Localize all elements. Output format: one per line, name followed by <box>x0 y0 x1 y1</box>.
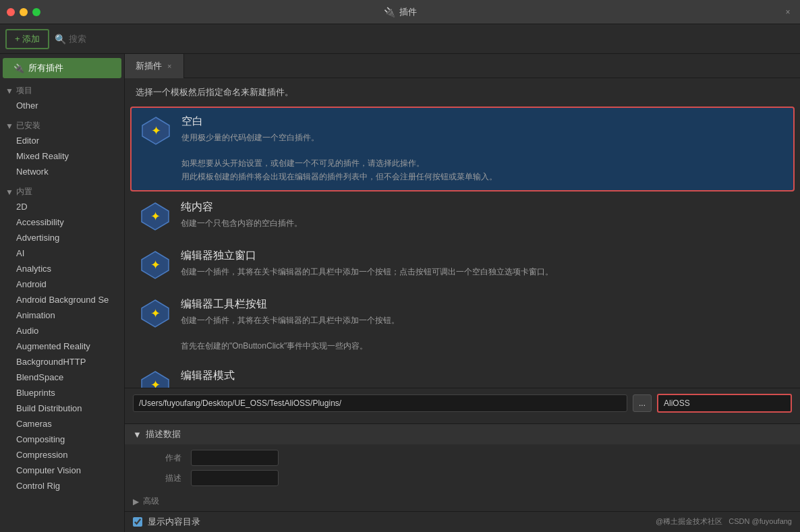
plugin-icon-sidebar: 🔌 <box>13 63 24 73</box>
sidebar-group-installed[interactable]: ▼ 已安装 <box>0 116 124 133</box>
tab-label: 新插件 <box>136 60 162 72</box>
tab-close-button[interactable]: × <box>166 61 173 71</box>
show-content-dir: 显示内容目录 <box>125 511 800 532</box>
panel-header-text: 选择一个模板然后指定命名来新建插件。 <box>136 87 293 97</box>
sidebar-item-compression[interactable]: Compression <box>0 447 124 463</box>
chevron-down-icon-metadata: ▼ <box>133 430 142 440</box>
tab-new-plugin[interactable]: 新插件 × <box>125 54 184 78</box>
desc-input[interactable] <box>191 470 279 486</box>
main-panel: 新插件 × 选择一个模板然后指定命名来新建插件。 ✦ <box>125 54 800 532</box>
sidebar-item-ai[interactable]: AI <box>0 245 124 261</box>
desc-label: 描述 <box>133 473 187 484</box>
main-layout: + 添加 🔍 🔌 所有插件 ▼ 项目 Other ▼ 已安装 Ed <box>0 24 800 532</box>
sidebar-item-network[interactable]: Network <box>0 164 124 179</box>
sidebar-item-editor[interactable]: Editor <box>0 133 124 148</box>
panel-header: 选择一个模板然后指定命名来新建插件。 <box>125 78 800 104</box>
template-desc-toolbar-button: 创建一个插件，其将在关卡编辑器的工具栏中添加一个按钮。 首先在创建的"OnBut… <box>181 314 786 353</box>
svg-text:✦: ✦ <box>150 307 161 320</box>
svg-text:✦: ✦ <box>150 258 161 272</box>
search-box: 🔍 <box>55 34 123 45</box>
sidebar-group-project-label: 项目 <box>16 85 32 96</box>
content-area: 🔌 所有插件 ▼ 项目 Other ▼ 已安装 Editor Mixed Rea… <box>0 54 800 532</box>
template-item-blank[interactable]: ✦ 空白 使用极少量的代码创建一个空白插件。 如果想要从头开始设置，或创建一个不… <box>130 107 795 191</box>
title-bar: 🔌 插件 × <box>0 0 800 24</box>
sidebar-item-mixed-reality[interactable]: Mixed Reality <box>0 148 124 164</box>
template-name-toolbar-button: 编辑器工具栏按钮 <box>181 297 786 312</box>
sidebar-item-blendspace[interactable]: BlendSpace <box>0 370 124 385</box>
show-content-checkbox[interactable] <box>133 517 142 527</box>
template-content-content-only: 纯内容 创建一个只包含内容的空白插件。 <box>181 200 786 230</box>
author-label: 作者 <box>133 452 187 464</box>
sidebar-item-build-distribution[interactable]: Build Distribution <box>0 401 124 416</box>
maximize-traffic-light[interactable] <box>32 8 40 16</box>
sidebar-item-blueprints[interactable]: Blueprints <box>0 385 124 401</box>
sidebar-item-cameras[interactable]: Cameras <box>0 416 124 432</box>
sidebar-item-accessibility[interactable]: Accessibility <box>0 214 124 230</box>
sidebar-item-control-rig[interactable]: Control Rig <box>0 478 124 494</box>
template-item-content-only[interactable]: ✦ 纯内容 创建一个只包含内容的空白插件。 <box>130 193 795 240</box>
template-desc-editor-window: 创建一个插件，其将在关卡编辑器的工具栏中添加一个按钮；点击按钮可调出一个空白独立… <box>181 266 786 278</box>
metadata-body: 作者 描述 <box>125 444 800 492</box>
window-title-text: 插件 <box>399 6 417 18</box>
show-content-label: 显示内容目录 <box>148 516 200 528</box>
metadata-header[interactable]: ▼ 描述数据 <box>125 424 800 444</box>
template-name-content-only: 纯内容 <box>181 200 786 214</box>
template-item-toolbar-button[interactable]: ✦ 编辑器工具栏按钮 创建一个插件，其将在关卡编辑器的工具栏中添加一个按钮。 首… <box>130 290 795 361</box>
sidebar-item-analytics[interactable]: Analytics <box>0 261 124 276</box>
plugin-icon: 🔌 <box>384 7 395 18</box>
template-desc-content-only: 创建一个只包含内容的空白插件。 <box>181 217 786 230</box>
template-item-editor-window[interactable]: ✦ 编辑器独立窗口 创建一个插件，其将在关卡编辑器的工具栏中添加一个按钮；点击按… <box>130 241 795 289</box>
template-icon-editor-window: ✦ <box>139 249 171 281</box>
sidebar-item-audio[interactable]: Audio <box>0 323 124 338</box>
name-input[interactable] <box>657 394 792 413</box>
author-input[interactable] <box>191 450 279 466</box>
window-close-button[interactable]: × <box>782 7 793 18</box>
sidebar-item-compositing[interactable]: Compositing <box>0 432 124 447</box>
template-content-blank: 空白 使用极少量的代码创建一个空白插件。 如果想要从头开始设置，或创建一个不可见… <box>181 115 785 183</box>
search-icon: 🔍 <box>55 34 66 45</box>
sidebar-item-background-http[interactable]: BackgroundHTTP <box>0 354 124 370</box>
search-input[interactable] <box>69 34 123 44</box>
sidebar-group-builtin[interactable]: ▼ 内置 <box>0 182 124 199</box>
sidebar-item-computer-vision[interactable]: Computer Vision <box>0 463 124 478</box>
sidebar-group-project[interactable]: ▼ 项目 <box>0 81 124 98</box>
toolbar: + 添加 🔍 <box>0 24 800 54</box>
advanced-label: 高级 <box>143 496 159 507</box>
sidebar-item-android[interactable]: Android <box>0 276 124 292</box>
advanced-row[interactable]: ▶ 高级 <box>125 492 800 511</box>
template-desc-blank: 使用极少量的代码创建一个空白插件。 如果想要从头开始设置，或创建一个不可见的插件… <box>181 131 785 183</box>
template-content-editor-window: 编辑器独立窗口 创建一个插件，其将在关卡编辑器的工具栏中添加一个按钮；点击按钮可… <box>181 249 786 278</box>
all-plugins-label: 所有插件 <box>28 62 63 74</box>
sidebar-item-other[interactable]: Other <box>0 98 124 113</box>
sidebar-item-animation[interactable]: Animation <box>0 307 124 323</box>
template-name-editor-mode: 编辑器模式 <box>181 369 786 383</box>
minimize-traffic-light[interactable] <box>20 8 28 16</box>
template-name-blank: 空白 <box>181 115 785 129</box>
sidebar-item-augmented-reality[interactable]: Augmented Reality <box>0 338 124 354</box>
template-item-editor-mode[interactable]: ✦ 编辑器模式 创建一个将有编辑器模式的插件。 其将包含工具包范例，以指定出现在… <box>130 361 795 388</box>
sidebar-item-android-bg[interactable]: Android Background Se <box>0 292 124 307</box>
sidebar: 🔌 所有插件 ▼ 项目 Other ▼ 已安装 Editor Mixed Rea… <box>0 54 125 532</box>
template-content-toolbar-button: 编辑器工具栏按钮 创建一个插件，其将在关卡编辑器的工具栏中添加一个按钮。 首先在… <box>181 297 786 353</box>
sidebar-group-builtin-label: 内置 <box>16 186 32 198</box>
template-content-editor-mode: 编辑器模式 创建一个将有编辑器模式的插件。 其将包含工具包范例，以指定出现在"模… <box>181 369 786 388</box>
sidebar-item-advertising[interactable]: Advertising <box>0 230 124 245</box>
metadata-header-label: 描述数据 <box>146 428 181 440</box>
svg-text:✦: ✦ <box>150 378 161 388</box>
template-icon-editor-mode: ✦ <box>139 369 171 388</box>
sidebar-item-2d[interactable]: 2D <box>0 199 124 214</box>
template-icon-content: ✦ <box>139 200 171 233</box>
sidebar-item-all-plugins[interactable]: 🔌 所有插件 <box>3 58 121 78</box>
svg-text:✦: ✦ <box>150 210 161 223</box>
template-name-editor-window: 编辑器独立窗口 <box>181 249 786 263</box>
templates-list: ✦ 空白 使用极少量的代码创建一个空白插件。 如果想要从头开始设置，或创建一个不… <box>125 104 800 388</box>
sidebar-group-installed-label: 已安装 <box>16 120 40 131</box>
path-input[interactable] <box>133 394 627 412</box>
window-title: 🔌 插件 <box>384 6 417 18</box>
add-button[interactable]: + 添加 <box>5 29 49 49</box>
template-icon-toolbar-button: ✦ <box>139 297 171 330</box>
chevron-right-icon-advanced: ▶ <box>133 497 139 506</box>
close-traffic-light[interactable] <box>7 8 15 16</box>
browse-button[interactable]: ... <box>633 394 652 412</box>
path-row: ... <box>133 394 792 413</box>
